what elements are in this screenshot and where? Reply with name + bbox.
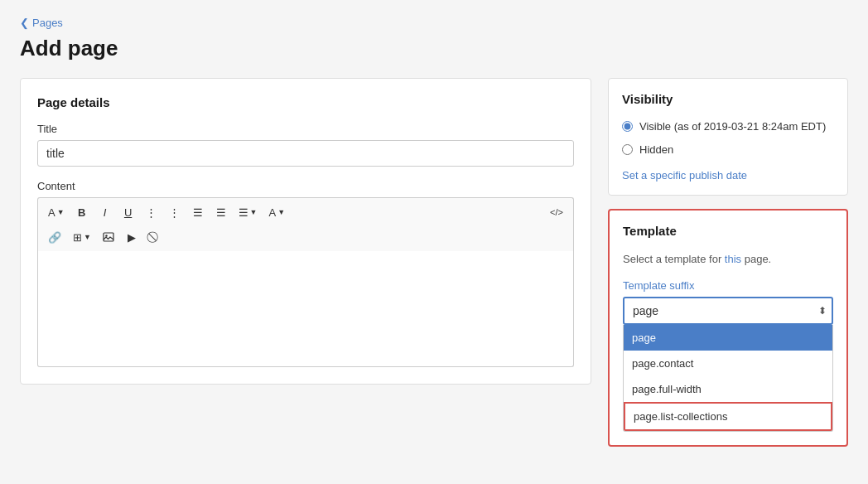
image-button[interactable] [98,226,119,248]
table-icon: ⊞ [73,231,82,244]
source-button[interactable]: </> [545,201,568,223]
italic-button[interactable]: I [94,201,116,223]
color-button[interactable]: A ▼ [264,201,291,223]
dropdown-item-page-full-width[interactable]: page.full-width [624,376,832,402]
font-arrow-icon: ▼ [57,208,65,216]
visibility-card: Visibility Visible (as of 2019-03-21 8:2… [608,78,848,196]
underline-button[interactable]: U [118,201,139,223]
content-label: Content [37,180,574,192]
link-button[interactable]: 🔗 [43,226,66,248]
title-input[interactable] [37,140,574,167]
template-desc-text: Select a template for [623,253,725,265]
template-desc-link[interactable]: this [725,253,741,265]
hidden-label: Hidden [639,143,673,157]
table-arrow-icon: ▼ [84,233,91,241]
block-button[interactable]: ⃠ [144,226,166,248]
select-wrapper: page page.contact page.full-width page.l… [623,297,833,325]
publish-date-link[interactable]: Set a specific publish date [622,169,747,182]
page-details-title: Page details [37,95,574,109]
visible-option[interactable]: Visible (as of 2019-03-21 8:24am EDT) [622,119,834,134]
template-desc-end: page. [741,253,771,265]
unordered-list-button[interactable]: ⋮ [141,201,162,223]
bold-button[interactable]: B [71,201,93,223]
image-icon [103,231,114,243]
template-select[interactable]: page page.contact page.full-width page.l… [623,297,833,325]
ordered-list-button[interactable]: ⋮ [164,201,186,223]
left-panel: Page details Title Content A ▼ B I U ⋮ ⋮… [20,78,591,385]
right-panel: Visibility Visible (as of 2019-03-21 8:2… [608,78,848,447]
toolbar-row-1: A ▼ B I U ⋮ ⋮ ☰ ☰ ☰ ▼ A ▼ [43,201,568,223]
align-left-button[interactable]: ☰ [187,201,209,223]
svg-point-1 [105,235,107,236]
align-arrow-icon: ▼ [250,208,258,216]
toolbar-row-2: 🔗 ⊞ ▼ ▶ ⃠ [43,226,568,248]
hidden-radio[interactable] [622,144,633,155]
color-icon: A [269,206,277,219]
visible-radio[interactable] [622,121,633,132]
dropdown-item-page-contact[interactable]: page.contact [624,351,832,376]
table-button[interactable]: ⊞ ▼ [68,226,96,248]
align-center-button[interactable]: ☰ [210,201,232,223]
font-icon: A [48,206,55,219]
template-card: Template Select a template for this page… [608,209,848,447]
editor-toolbar: A ▼ B I U ⋮ ⋮ ☰ ☰ ☰ ▼ A ▼ [37,197,574,251]
breadcrumb[interactable]: ❮ Pages [20,17,848,29]
title-label: Title [37,123,574,135]
color-arrow-icon: ▼ [277,208,285,216]
breadcrumb-link[interactable]: Pages [32,17,63,29]
dropdown-item-page-list-collections[interactable]: page.list-collections [624,402,832,431]
svg-rect-0 [104,233,113,241]
dropdown-item-page[interactable]: page [624,325,832,351]
editor-body[interactable] [37,251,574,367]
content-area: Page details Title Content A ▼ B I U ⋮ ⋮… [20,78,848,447]
template-suffix-label: Template suffix [623,279,833,292]
template-title: Template [623,224,833,238]
template-description: Select a template for this page. [623,251,833,268]
dropdown-list: page page.contact page.full-width page.l… [623,325,833,432]
page-wrapper: ❮ Pages Add page Page details Title Cont… [0,0,868,463]
breadcrumb-chevron: ❮ [20,17,29,29]
visibility-title: Visibility [622,92,834,106]
hidden-option[interactable]: Hidden [622,143,834,157]
video-button[interactable]: ▶ [121,226,142,248]
align-icon: ☰ [239,206,248,219]
font-button[interactable]: A ▼ [43,201,70,223]
align-dropdown-button[interactable]: ☰ ▼ [234,201,263,223]
visible-label: Visible (as of 2019-03-21 8:24am EDT) [639,119,826,134]
page-title: Add page [20,36,848,61]
